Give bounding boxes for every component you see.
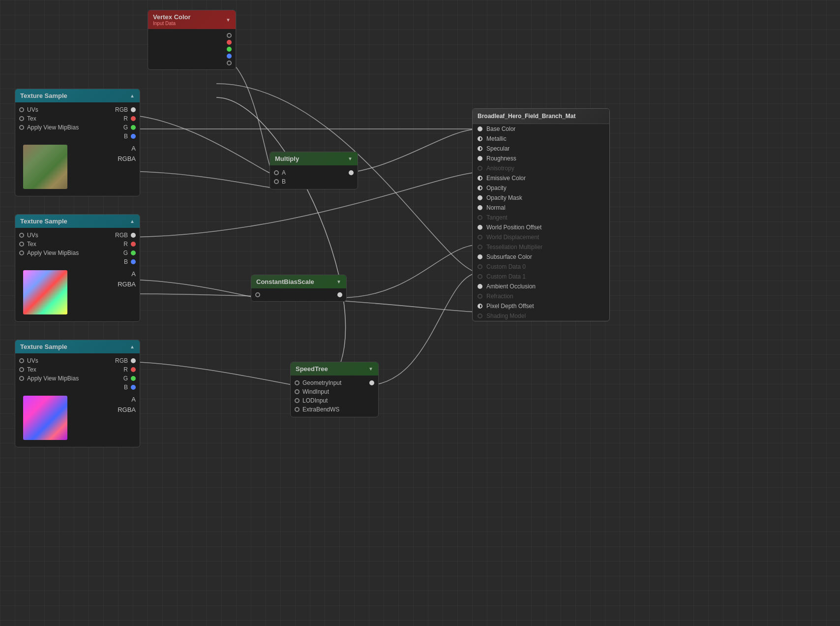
specular-label: Specular xyxy=(486,145,510,152)
pin-gray[interactable] xyxy=(227,61,232,65)
pin-tex-in[interactable] xyxy=(19,367,24,372)
texture-sample-node-3[interactable]: Texture Sample ▲ UVs RGB Tex R Apply Vie… xyxy=(15,340,140,447)
roughness-row: Roughness xyxy=(473,154,609,163)
in-row xyxy=(251,291,346,298)
collapse-arrow[interactable]: ▲ xyxy=(130,93,135,98)
pin-a-in[interactable] xyxy=(274,170,279,175)
material-output-node[interactable]: Broadleaf_Hero_Field_Branch_Mat Base Col… xyxy=(472,108,610,321)
pixel-depth-label: Pixel Depth Offset xyxy=(486,303,534,310)
pin-b-in[interactable] xyxy=(274,179,279,184)
pin-emissive[interactable] xyxy=(478,176,482,181)
pin-subsurface[interactable] xyxy=(478,254,482,259)
pin-white-empty[interactable] xyxy=(227,33,232,38)
texture-sample-3-header: Texture Sample ▲ xyxy=(15,340,140,353)
collapse-arrow[interactable]: ▲ xyxy=(130,219,135,224)
pin-g-out[interactable] xyxy=(131,376,136,381)
pin-tex-in[interactable] xyxy=(19,242,24,247)
pin-geometry-out[interactable] xyxy=(369,380,374,385)
custom0-row: Custom Data 0 xyxy=(473,262,609,272)
pin-out[interactable] xyxy=(349,170,354,175)
opacity-row: Opacity xyxy=(473,183,609,193)
vertex-color-title: Vertex Color xyxy=(153,13,191,21)
custom1-row: Custom Data 1 xyxy=(473,272,609,282)
pin-anisotropy[interactable] xyxy=(478,166,482,171)
opacity-mask-row: Opacity Mask xyxy=(473,193,609,203)
pin-b-out[interactable] xyxy=(131,385,136,390)
texture-sample-node-2[interactable]: Texture Sample ▲ UVs RGB Tex R Apply Vie… xyxy=(15,214,140,322)
pin-uvs-in[interactable] xyxy=(19,358,24,363)
pin-base-color[interactable] xyxy=(478,126,482,131)
pin-g-out[interactable] xyxy=(131,250,136,255)
normal-label: Normal xyxy=(486,204,506,211)
pin-r-out[interactable] xyxy=(131,242,136,247)
collapse-arrow[interactable]: ▲ xyxy=(130,344,135,349)
pin-shading-model[interactable] xyxy=(478,313,482,318)
pin-specular[interactable] xyxy=(478,146,482,151)
pin-mip-in[interactable] xyxy=(19,376,24,381)
pin-g-out[interactable] xyxy=(131,125,136,130)
pin-b-out[interactable] xyxy=(131,259,136,264)
pin-mip-in[interactable] xyxy=(19,250,24,255)
pin-in[interactable] xyxy=(255,292,260,297)
tangent-label: Tangent xyxy=(486,214,508,221)
pin-tangent[interactable] xyxy=(478,215,482,220)
multiply-title: Multiply xyxy=(275,155,299,162)
constant-bias-scale-node[interactable]: ConstantBiasScale ▼ xyxy=(251,275,347,302)
vertex-color-node[interactable]: Vertex Color Input Data ▼ xyxy=(148,10,236,70)
pin-rgb-out[interactable] xyxy=(131,358,136,363)
pin-custom0[interactable] xyxy=(478,264,482,269)
pin-red[interactable] xyxy=(227,40,232,45)
collapse-arrow[interactable]: ▼ xyxy=(226,17,231,23)
pin-out[interactable] xyxy=(337,292,342,297)
roughness-label: Roughness xyxy=(486,155,516,162)
pin-b-out[interactable] xyxy=(131,134,136,139)
collapse-arrow[interactable]: ▼ xyxy=(368,366,373,372)
tex-row: Tex R xyxy=(15,365,140,374)
pin-rgb-out[interactable] xyxy=(131,107,136,112)
pin-lod-in[interactable] xyxy=(295,398,300,403)
pin-r-out[interactable] xyxy=(131,116,136,121)
pin-metallic[interactable] xyxy=(478,136,482,141)
texture-sample-node-1[interactable]: Texture Sample ▲ UVs RGB Tex R Apply Vie… xyxy=(15,89,140,196)
pin-row xyxy=(148,46,236,53)
pin-wind-in[interactable] xyxy=(295,389,300,394)
pin-pixel-depth[interactable] xyxy=(478,304,482,309)
pin-world-position[interactable] xyxy=(478,225,482,230)
pin-uvs-in[interactable] xyxy=(19,107,24,112)
pin-tex-in[interactable] xyxy=(19,116,24,121)
collapse-arrow[interactable]: ▼ xyxy=(336,279,341,284)
pin-ambient-occlusion[interactable] xyxy=(478,284,482,289)
constant-header: ConstantBiasScale ▼ xyxy=(251,275,346,288)
pin-mip-in[interactable] xyxy=(19,125,24,130)
b-row: B xyxy=(15,383,140,392)
pin-normal[interactable] xyxy=(478,205,482,210)
constant-title: ConstantBiasScale xyxy=(256,278,314,285)
pin-green[interactable] xyxy=(227,47,232,52)
pin-opacity[interactable] xyxy=(478,186,482,190)
pin-row xyxy=(148,39,236,46)
texture-sample-1-header: Texture Sample ▲ xyxy=(15,89,140,102)
extrabend-row: ExtraBendWS xyxy=(291,405,378,414)
pin-custom1[interactable] xyxy=(478,274,482,279)
pin-extrabend-in[interactable] xyxy=(295,407,300,412)
texture-thumb-3 xyxy=(23,396,67,440)
mip-row: Apply View MipBias G xyxy=(15,249,140,257)
pin-blue[interactable] xyxy=(227,54,232,59)
opacity-mask-label: Opacity Mask xyxy=(486,194,522,201)
pin-uvs-in[interactable] xyxy=(19,233,24,238)
refraction-row: Refraction xyxy=(473,291,609,301)
pin-r-out[interactable] xyxy=(131,367,136,372)
multiply-node[interactable]: Multiply ▼ A B xyxy=(270,152,358,189)
mip-row: Apply View MipBias G xyxy=(15,374,140,383)
pin-tessellation[interactable] xyxy=(478,245,482,250)
speedtree-node[interactable]: SpeedTree ▼ GeometryInput WindInput LODI… xyxy=(290,362,379,417)
pin-rgb-out[interactable] xyxy=(131,233,136,238)
emissive-label: Emissive Color xyxy=(486,175,526,182)
pin-opacity-mask[interactable] xyxy=(478,195,482,200)
collapse-arrow[interactable]: ▼ xyxy=(348,156,353,161)
pin-refraction[interactable] xyxy=(478,294,482,299)
pin-geometry-in[interactable] xyxy=(295,380,300,385)
pin-world-displacement[interactable] xyxy=(478,235,482,240)
world-position-row: World Position Offset xyxy=(473,222,609,232)
pin-roughness[interactable] xyxy=(478,156,482,161)
